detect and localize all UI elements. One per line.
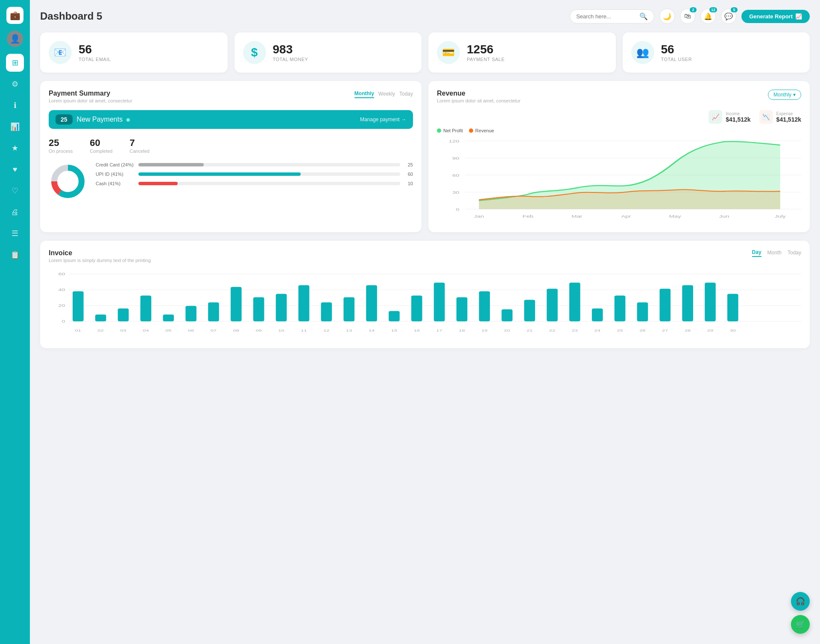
svg-rect-53 [615, 296, 626, 322]
invoice-title-group: Invoice Lorem Ipsum is simply dummy text… [49, 249, 151, 263]
svg-text:15: 15 [391, 329, 397, 332]
manage-payment-link[interactable]: Manage payment → [360, 117, 406, 122]
payment-summary-header: Payment Summary Lorem ipsum dolor sit am… [49, 90, 413, 103]
generate-report-label: Generate Report [749, 13, 793, 20]
cart-fab[interactable]: 🛒 [791, 615, 810, 634]
sidebar-item-settings[interactable]: ⚙ [6, 75, 24, 93]
stat-card-users: 👥 56 TOTAL USER [623, 32, 810, 73]
tab-monthly[interactable]: Monthly [354, 90, 374, 98]
cart-button[interactable]: 🛍 2 [680, 9, 695, 24]
legend-revenue: Revenue [469, 128, 494, 133]
users-value: 56 [661, 43, 692, 56]
expense-label: Expense [776, 111, 801, 116]
svg-rect-54 [637, 303, 648, 321]
sidebar-item-file[interactable]: 📋 [6, 246, 24, 264]
svg-text:20: 20 [58, 303, 65, 308]
expense-value: $41,512k [776, 116, 801, 123]
header: Dashboard 5 🔍 🌙 🛍 2 🔔 12 💬 5 Generate Re… [40, 9, 810, 24]
sidebar-item-info[interactable]: ℹ [6, 96, 24, 114]
invoice-tab-day[interactable]: Day [752, 249, 761, 257]
income-stat: 📈 Income $41,512k [709, 110, 750, 124]
svg-text:Jan: Jan [474, 214, 484, 219]
svg-text:02: 02 [98, 329, 104, 332]
stat-info-money: 983 TOTAL MONEY [273, 43, 308, 62]
dark-mode-toggle[interactable]: 🌙 [659, 9, 675, 24]
tab-weekly[interactable]: Weekly [378, 90, 395, 98]
sidebar-item-heart-outline[interactable]: ♡ [6, 182, 24, 200]
payment-summary-card: Payment Summary Lorem ipsum dolor sit am… [40, 81, 422, 232]
income-icon-box: 📈 [709, 110, 722, 124]
progress-list: Credit Card (24%) 25 UPI ID (41%) 60 [96, 162, 413, 190]
progress-bar-wrap-cash [138, 182, 400, 185]
invoice-tab-today[interactable]: Today [788, 249, 801, 257]
invoice-tab-month[interactable]: Month [767, 249, 782, 257]
revenue-chart-wrap: 120 90 60 30 0 Jan Feb Mar Apr May Jun J… [437, 137, 801, 224]
svg-text:26: 26 [639, 329, 645, 332]
svg-text:14: 14 [369, 329, 375, 332]
stat-card-money: $ 983 TOTAL MONEY [234, 32, 422, 73]
svg-text:22: 22 [549, 329, 555, 332]
svg-text:12: 12 [323, 329, 329, 332]
svg-text:60: 60 [452, 173, 460, 178]
cart-fab-icon: 🛒 [796, 620, 805, 629]
svg-text:01: 01 [75, 329, 81, 332]
tab-today[interactable]: Today [399, 90, 413, 98]
revenue-monthly-dropdown[interactable]: Monthly ▾ [768, 90, 801, 100]
new-payments-bar: 25 New Payments Manage payment → [49, 110, 413, 129]
stat-card-email: 📧 56 TOTAL EMAIL [40, 32, 228, 73]
middle-row: Payment Summary Lorem ipsum dolor sit am… [40, 81, 810, 232]
svg-text:40: 40 [58, 288, 65, 292]
svg-rect-55 [659, 288, 671, 321]
revenue-title-group: Revenue Lorem ipsum dolor sit amet, cons… [437, 90, 521, 103]
main-content: Dashboard 5 🔍 🌙 🛍 2 🔔 12 💬 5 Generate Re… [30, 0, 820, 644]
progress-label-cash: Cash (41%) [96, 181, 134, 186]
svg-text:Feb: Feb [523, 214, 534, 219]
svg-text:24: 24 [594, 329, 600, 332]
net-profit-dot [437, 128, 441, 133]
sidebar-avatar[interactable]: 👤 [7, 31, 23, 47]
invoice-header: Invoice Lorem Ipsum is simply dummy text… [49, 249, 801, 263]
svg-rect-57 [705, 283, 716, 321]
svg-text:08: 08 [233, 329, 239, 332]
progress-label-upi: UPI ID (41%) [96, 172, 134, 177]
new-payments-dot [126, 118, 130, 122]
svg-text:16: 16 [414, 329, 420, 332]
payment-summary-subtitle: Lorem ipsum dolor sit amet, consectetur [49, 98, 132, 103]
svg-rect-29 [73, 291, 84, 321]
svg-text:05: 05 [165, 329, 171, 332]
svg-text:21: 21 [527, 329, 533, 332]
search-box[interactable]: 🔍 [570, 9, 654, 23]
svg-text:90: 90 [452, 156, 460, 160]
svg-rect-37 [253, 297, 264, 322]
svg-rect-42 [366, 285, 377, 321]
search-input[interactable] [576, 13, 636, 20]
sidebar-item-list[interactable]: ☰ [6, 224, 24, 242]
progress-count-upi: 60 [404, 172, 413, 177]
svg-rect-52 [592, 309, 603, 321]
completed-value: 60 [90, 137, 112, 149]
invoice-tab-group: Day Month Today [752, 249, 801, 257]
sidebar-item-star[interactable]: ★ [6, 139, 24, 157]
notification-button[interactable]: 🔔 12 [700, 9, 716, 24]
svg-rect-32 [141, 296, 152, 322]
svg-text:30: 30 [730, 329, 736, 332]
svg-rect-34 [185, 306, 196, 321]
svg-rect-43 [389, 311, 400, 321]
users-label: TOTAL USER [661, 57, 692, 62]
svg-rect-46 [457, 297, 468, 322]
progress-bar-wrap-upi [138, 172, 400, 176]
sidebar-item-chart[interactable]: 📊 [6, 118, 24, 136]
sidebar-item-print[interactable]: 🖨 [6, 203, 24, 221]
svg-rect-45 [434, 283, 445, 321]
completed-stat: 60 Completed [90, 137, 112, 154]
message-button[interactable]: 💬 5 [721, 9, 736, 24]
sidebar-item-dashboard[interactable]: ⊞ [6, 54, 24, 72]
generate-report-button[interactable]: Generate Report 📈 [741, 10, 810, 23]
payment-numbers: 25 On process 60 Completed 7 Canceled [49, 137, 413, 154]
sidebar-item-heart-solid[interactable]: ♥ [6, 160, 24, 178]
expense-icon-box: 📉 [759, 110, 773, 124]
svg-text:03: 03 [120, 329, 126, 332]
notification-badge: 12 [709, 7, 717, 12]
svg-text:27: 27 [662, 329, 668, 332]
headset-fab[interactable]: 🎧 [791, 592, 810, 611]
